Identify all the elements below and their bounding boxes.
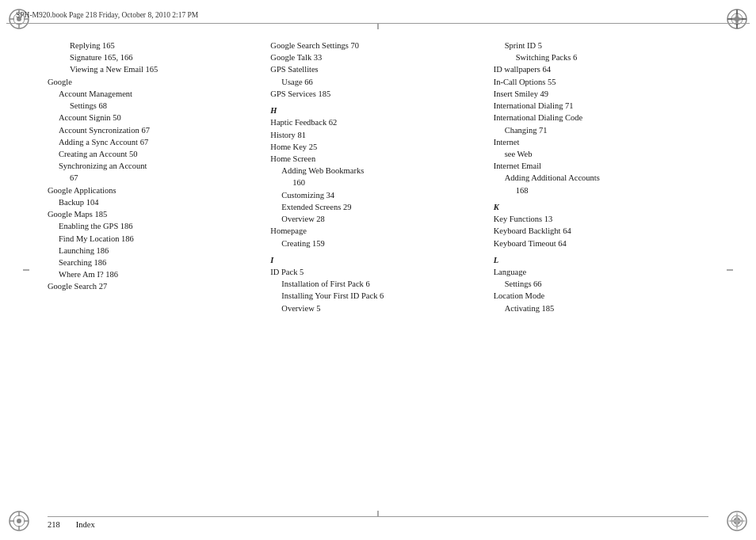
list-item: GPS Satellites (270, 63, 479, 75)
corner-decoration-bl (6, 508, 32, 534)
list-item: Homepage (270, 225, 479, 237)
list-item: Creating an Account 50 (59, 148, 256, 160)
list-item: Keyboard Backlight 64 (494, 225, 702, 237)
list-item: Searching 186 (59, 257, 256, 268)
header-text: SPH-M920.book Page 218 Friday, October 8… (16, 11, 198, 19)
list-item: Insert Smiley 49 (494, 88, 702, 100)
list-item: Find My Location 186 (59, 233, 256, 245)
list-item: L (494, 254, 702, 266)
list-item: Google Search 27 (48, 280, 256, 292)
list-item: Account Syncronization 67 (59, 124, 256, 136)
list-item: International Dialing Code (494, 112, 702, 124)
list-item: Haptic Feedback 62 (270, 116, 479, 128)
list-item: Sprint ID 5 (505, 40, 702, 51)
list-item: Launching 186 (59, 245, 256, 257)
list-item: International Dialing 71 (494, 100, 702, 112)
list-item: Replying 165 (70, 40, 256, 51)
corner-decoration-br (724, 508, 750, 534)
list-item: Signature 165, 166 (70, 51, 256, 63)
list-item: Installation of First Pack 6 (281, 278, 479, 290)
list-item: Google Talk 33 (270, 51, 479, 63)
edge-mark-left (23, 270, 29, 271)
list-item: Changing 71 (505, 124, 702, 136)
page-footer: 218 Index (48, 516, 708, 529)
list-item: H (270, 105, 479, 116)
list-item: History 81 (270, 129, 479, 141)
list-item: Google Applications (48, 184, 256, 196)
edge-mark-top (378, 23, 379, 29)
content-area: Replying 165Signature 165, 166Viewing a … (48, 32, 708, 500)
list-item: Settings 66 (505, 278, 702, 290)
list-item: Synchronizing an Account (59, 160, 256, 172)
list-item: GPS Services 185 (270, 88, 479, 100)
edge-mark-right (727, 270, 733, 271)
page-number: 218 (48, 520, 60, 529)
list-item: Adding Additional Accounts (505, 172, 702, 184)
list-item: ID Pack 5 (270, 266, 479, 278)
list-item: Activating 185 (505, 302, 702, 314)
list-item: Where Am I? 186 (59, 268, 256, 280)
list-item: Creating 159 (281, 238, 479, 249)
list-item: Extended Screens 29 (281, 201, 479, 213)
list-item: 168 (516, 184, 702, 196)
list-item: K (494, 201, 702, 213)
list-item: Keyboard Timeout 64 (494, 238, 702, 249)
list-item: Usage 66 (281, 76, 479, 88)
list-item: In-Call Options 55 (494, 76, 702, 88)
page-header: SPH-M920.book Page 218 Friday, October 8… (6, 6, 750, 24)
list-item: Account Management (59, 88, 256, 100)
index-column-1: Replying 165Signature 165, 166Viewing a … (48, 32, 262, 500)
list-item: I (270, 254, 479, 266)
list-item: Language (494, 266, 702, 278)
list-item: Account Signin 50 (59, 112, 256, 124)
list-item: Backup 104 (59, 196, 256, 208)
svg-point-16 (17, 519, 21, 523)
list-item: Switching Packs 6 (516, 51, 702, 63)
list-item: Internet Email (494, 160, 702, 172)
list-item: Viewing a New Email 165 (70, 63, 256, 75)
index-column-2: Google Search Settings 70Google Talk 33G… (262, 32, 485, 500)
footer-section: Index (76, 520, 95, 529)
list-item: Enabling the GPS 186 (59, 220, 256, 232)
list-item: Home Screen (270, 153, 479, 165)
index-column-3: Sprint ID 5Switching Packs 6ID wallpaper… (486, 32, 708, 500)
list-item: Installing Your First ID Pack 6 (281, 290, 479, 302)
list-item: Google (48, 76, 256, 88)
list-item: Google Maps 185 (48, 208, 256, 220)
list-item: 160 (292, 177, 479, 188)
list-item: see Web (505, 148, 702, 160)
list-item: ID wallpapers 64 (494, 63, 702, 75)
list-item: Adding a Sync Account 67 (59, 136, 256, 148)
list-item: Google Search Settings 70 (270, 40, 479, 51)
list-item: Overview 5 (281, 302, 479, 314)
list-item: Settings 68 (70, 100, 256, 112)
list-item: Internet (494, 136, 702, 148)
list-item: Location Mode (494, 290, 702, 302)
list-item: Adding Web Bookmarks (281, 165, 479, 177)
list-item: Home Key 25 (270, 141, 479, 153)
list-item: Overview 28 (281, 213, 479, 225)
list-item: 67 (70, 172, 256, 184)
list-item: Customizing 34 (281, 189, 479, 201)
list-item: Key Functions 13 (494, 213, 702, 225)
